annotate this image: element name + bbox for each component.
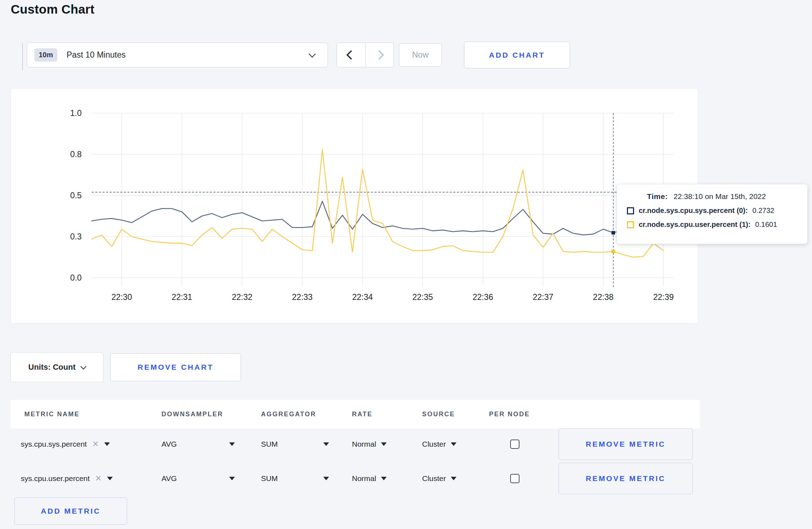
svg-text:0.5: 0.5: [70, 191, 82, 200]
tooltip-series-value: 0.1601: [755, 220, 777, 229]
custom-chart-page: Custom Chart 10m Past 10 Minutes Now ADD…: [0, 0, 812, 529]
aggregator-value: SUM: [261, 440, 278, 448]
rate-select[interactable]: Normal: [352, 463, 387, 494]
table-row: sys.cpu.sys.percent ✕ AVG SUM Normal Clu…: [0, 428, 812, 460]
chevron-down-icon: [309, 50, 316, 58]
source-select[interactable]: Cluster: [422, 463, 456, 494]
metrics-table-header: METRIC NAME DOWNSAMPLER AGGREGATOR RATE …: [11, 400, 700, 428]
svg-text:0.8: 0.8: [70, 150, 82, 159]
tooltip-series-row: cr.node.sys.cpu.user.percent (1): 0.1601: [627, 220, 799, 229]
aggregator-value: SUM: [261, 474, 278, 483]
tooltip-time-value: 22:38:10 on Mar 15th, 2022: [673, 192, 766, 200]
remove-metric-x-icon[interactable]: ✕: [92, 440, 98, 448]
caret-down-icon: [104, 442, 110, 446]
caret-down-icon: [229, 442, 235, 446]
header-downsampler: DOWNSAMPLER: [161, 400, 223, 428]
svg-text:1.0: 1.0: [70, 108, 82, 118]
remove-metric-button[interactable]: REMOVE METRIC: [559, 428, 693, 460]
chart-tooltip: Time:22:38:10 on Mar 15th, 2022 cr.node.…: [617, 184, 808, 244]
remove-metric-x-icon[interactable]: ✕: [95, 475, 102, 482]
caret-down-icon: [323, 477, 329, 480]
metric-name-dropdown[interactable]: sys.cpu.user.percent ✕: [21, 463, 113, 494]
svg-text:22:34: 22:34: [352, 292, 373, 302]
svg-text:22:37: 22:37: [533, 292, 554, 302]
chart-card: 22:3022:3122:3222:3322:3422:3522:3622:37…: [10, 88, 698, 324]
svg-text:22:39: 22:39: [653, 292, 674, 302]
header-per-node: PER NODE: [489, 400, 530, 428]
downsampler-value: AVG: [161, 474, 177, 483]
header-aggregator: AGGREGATOR: [261, 400, 316, 428]
units-dropdown[interactable]: Units: Count: [10, 352, 103, 382]
tooltip-series-value: 0.2732: [753, 207, 774, 215]
header-source: SOURCE: [422, 400, 455, 428]
downsampler-select[interactable]: AVG: [161, 463, 235, 494]
caret-down-icon: [107, 477, 113, 480]
table-row: sys.cpu.user.percent ✕ AVG SUM Normal Cl…: [0, 463, 812, 494]
tooltip-series-name: cr.node.sys.cpu.sys.percent (0):: [639, 207, 748, 215]
remove-chart-button[interactable]: REMOVE CHART: [110, 353, 241, 381]
caret-down-icon: [381, 477, 387, 480]
per-node-checkbox[interactable]: [510, 474, 519, 483]
now-button[interactable]: Now: [399, 43, 442, 67]
svg-text:22:31: 22:31: [171, 292, 192, 302]
svg-text:22:35: 22:35: [412, 292, 433, 302]
time-range-label: Past 10 Minutes: [67, 50, 126, 60]
remove-metric-button[interactable]: REMOVE METRIC: [559, 463, 693, 494]
chart-svg[interactable]: 22:3022:3122:3222:3322:3422:3522:3622:37…: [11, 88, 698, 323]
metric-name-value: sys.cpu.user.percent: [21, 474, 90, 483]
caret-down-icon: [451, 477, 456, 480]
caret-down-icon: [323, 442, 329, 446]
svg-text:22:38: 22:38: [593, 292, 614, 302]
svg-text:22:36: 22:36: [473, 292, 493, 302]
tooltip-series-row: cr.node.sys.cpu.sys.percent (0): 0.2732: [627, 207, 799, 215]
time-range-badge: 10m: [34, 48, 57, 62]
per-node-cell: [510, 463, 519, 494]
metric-name-value: sys.cpu.sys.percent: [21, 440, 87, 448]
page-title: Custom Chart: [11, 2, 95, 16]
downsampler-value: AVG: [161, 440, 177, 448]
per-node-checkbox[interactable]: [510, 440, 519, 449]
add-chart-button[interactable]: ADD CHART: [464, 42, 570, 68]
svg-text:22:32: 22:32: [232, 292, 252, 302]
rate-value: Normal: [352, 474, 376, 483]
chevron-left-icon: [346, 50, 356, 60]
chevron-right-icon: [374, 50, 384, 60]
per-node-cell: [510, 428, 519, 460]
prev-time-button[interactable]: [337, 43, 366, 67]
metric-name-dropdown[interactable]: sys.cpu.sys.percent ✕: [21, 428, 110, 460]
source-value: Cluster: [422, 440, 446, 448]
aggregator-select[interactable]: SUM: [261, 463, 329, 494]
source-value: Cluster: [422, 474, 446, 483]
caret-down-icon: [381, 442, 387, 446]
svg-text:0.0: 0.0: [70, 273, 82, 282]
aggregator-select[interactable]: SUM: [261, 428, 329, 460]
chevron-down-icon: [80, 364, 86, 370]
svg-text:22:33: 22:33: [292, 292, 313, 302]
tooltip-time-label: Time:: [647, 192, 668, 200]
add-metric-button[interactable]: ADD METRIC: [14, 498, 127, 525]
sys-series-swatch-icon: [627, 207, 634, 214]
time-range-dropdown[interactable]: 10m Past 10 Minutes: [27, 43, 328, 67]
caret-down-icon: [451, 442, 456, 446]
header-metric-name: METRIC NAME: [24, 400, 80, 428]
units-label: Units: Count: [28, 363, 76, 372]
time-pager: [337, 43, 394, 67]
user-series-swatch-icon: [627, 221, 634, 228]
tooltip-time-row: Time:22:38:10 on Mar 15th, 2022: [647, 192, 799, 201]
next-time-button[interactable]: [366, 43, 394, 67]
header-rate: RATE: [352, 400, 373, 428]
toolbar-divider: [22, 43, 23, 70]
tooltip-series-name: cr.node.sys.cpu.user.percent (1):: [639, 220, 750, 229]
downsampler-select[interactable]: AVG: [161, 428, 235, 460]
caret-down-icon: [229, 477, 235, 480]
rate-select[interactable]: Normal: [352, 428, 387, 460]
svg-text:0.3: 0.3: [70, 232, 82, 241]
rate-value: Normal: [352, 440, 376, 448]
source-select[interactable]: Cluster: [422, 428, 456, 460]
svg-text:22:30: 22:30: [111, 292, 132, 302]
